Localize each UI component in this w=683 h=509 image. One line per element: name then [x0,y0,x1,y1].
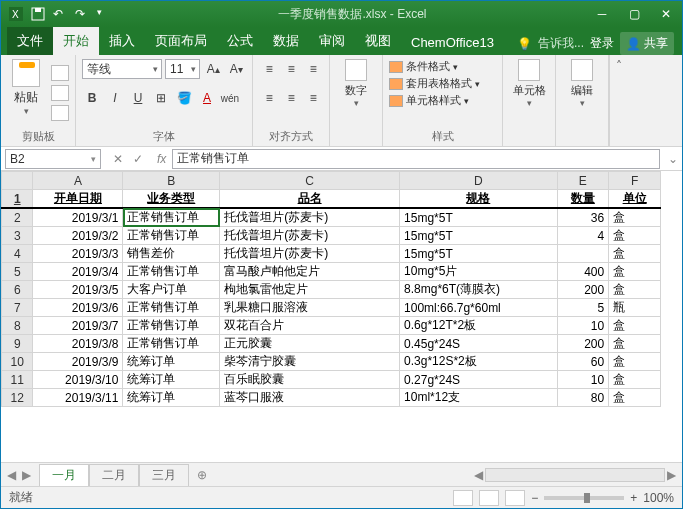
cell[interactable]: 2019/3/2 [33,227,123,245]
expand-formula-icon[interactable]: ⌄ [664,152,682,166]
cell[interactable]: 盒 [609,208,661,227]
cell[interactable]: 0.6g*12T*2板 [400,317,557,335]
row-header[interactable]: 11 [2,371,33,389]
undo-icon[interactable]: ↶ [53,7,67,21]
cell[interactable]: 2019/3/11 [33,389,123,407]
cell[interactable]: 2019/3/9 [33,353,123,371]
qat-dropdown-icon[interactable]: ▾ [97,7,111,21]
cell[interactable]: 业务类型 [123,190,220,209]
cell[interactable]: 2019/3/7 [33,317,123,335]
cell[interactable]: 双花百合片 [220,317,400,335]
cell[interactable]: 统筹订单 [123,353,220,371]
cell[interactable]: 200 [557,335,609,353]
cell[interactable]: 乳果糖口服溶液 [220,299,400,317]
cell[interactable]: 盒 [609,353,661,371]
fill-color-button[interactable]: 🪣 [174,88,194,108]
format-painter-button[interactable] [51,105,69,121]
align-left-icon[interactable]: ≡ [259,88,279,108]
cell[interactable]: 柴芩清宁胶囊 [220,353,400,371]
row-header[interactable]: 5 [2,263,33,281]
cell[interactable]: 10mg*5片 [400,263,557,281]
cells-button[interactable]: 单元格▾ [509,59,549,144]
increase-font-icon[interactable]: A▴ [203,59,223,79]
align-right-icon[interactable]: ≡ [303,88,323,108]
zoom-out-button[interactable]: − [531,491,538,505]
grid-scroll[interactable]: A B C D E F 1开单日期业务类型品名规格数量单位22019/3/1正常… [1,171,682,462]
cell[interactable]: 0.45g*24S [400,335,557,353]
close-button[interactable]: ✕ [650,1,682,27]
normal-view-button[interactable] [453,490,473,506]
cell[interactable]: 盒 [609,227,661,245]
hscroll-left-icon[interactable]: ◀ [474,468,483,482]
cell[interactable]: 2019/3/5 [33,281,123,299]
cell[interactable]: 盒 [609,389,661,407]
zoom-in-button[interactable]: + [630,491,637,505]
cell[interactable]: 2019/3/1 [33,208,123,227]
maximize-button[interactable]: ▢ [618,1,650,27]
tab-layout[interactable]: 页面布局 [145,27,217,55]
collapse-ribbon-button[interactable]: ˄ [609,55,627,146]
redo-icon[interactable]: ↷ [75,7,89,21]
tab-chemoffice[interactable]: ChemOffice13 [401,30,504,55]
page-break-view-button[interactable] [505,490,525,506]
cell[interactable]: 正常销售订单 [123,299,220,317]
cell[interactable]: 8.8mg*6T(薄膜衣) [400,281,557,299]
cell[interactable]: 百乐眠胶囊 [220,371,400,389]
cell[interactable]: 60 [557,353,609,371]
copy-button[interactable] [51,85,69,101]
hscroll-right-icon[interactable]: ▶ [667,468,676,482]
cell[interactable]: 枸地氯雷他定片 [220,281,400,299]
row-header[interactable]: 9 [2,335,33,353]
tell-me[interactable]: 告诉我... [538,35,584,52]
editing-button[interactable]: 编辑▾ [562,59,602,144]
font-size-select[interactable]: 11 [165,59,200,79]
cell[interactable]: 10ml*12支 [400,389,557,407]
fx-icon[interactable]: fx [151,152,172,166]
cell[interactable]: 2019/3/3 [33,245,123,263]
italic-button[interactable]: I [105,88,125,108]
cell[interactable]: 80 [557,389,609,407]
row-header[interactable]: 2 [2,208,33,227]
cell[interactable]: 销售差价 [123,245,220,263]
name-box[interactable]: B2 [5,149,101,169]
col-header-A[interactable]: A [33,172,123,190]
font-color-button[interactable]: A [197,88,217,108]
cell[interactable]: 统筹订单 [123,371,220,389]
cell[interactable]: 规格 [400,190,557,209]
phonetic-button[interactable]: wén [220,88,240,108]
conditional-format-button[interactable]: 条件格式 ▾ [389,59,480,74]
cell[interactable]: 400 [557,263,609,281]
tab-review[interactable]: 审阅 [309,27,355,55]
bold-button[interactable]: B [82,88,102,108]
sheet-tab-1[interactable]: 一月 [39,464,89,486]
paste-button[interactable]: 粘贴 ▾ [7,59,45,127]
cell[interactable]: 15mg*5T [400,245,557,263]
cell[interactable]: 盒 [609,335,661,353]
minimize-button[interactable]: ─ [586,1,618,27]
align-middle-icon[interactable]: ≡ [281,59,301,79]
sheet-tab-3[interactable]: 三月 [139,464,189,486]
cell[interactable]: 托伐普坦片(苏麦卡) [220,208,400,227]
row-header[interactable]: 1 [2,190,33,209]
cell[interactable] [557,245,609,263]
horizontal-scrollbar[interactable] [485,468,665,482]
row-header[interactable]: 6 [2,281,33,299]
cell[interactable]: 2019/3/6 [33,299,123,317]
cell[interactable]: 100ml:66.7g*60ml [400,299,557,317]
cell[interactable]: 盒 [609,281,661,299]
select-all-corner[interactable] [2,172,33,190]
zoom-level[interactable]: 100% [643,491,674,505]
cell[interactable]: 10 [557,317,609,335]
cell[interactable]: 盒 [609,317,661,335]
zoom-slider[interactable] [544,496,624,500]
cell[interactable]: 4 [557,227,609,245]
decrease-font-icon[interactable]: A▾ [226,59,246,79]
cell[interactable]: 数量 [557,190,609,209]
col-header-C[interactable]: C [220,172,400,190]
save-icon[interactable] [31,7,45,21]
cell[interactable]: 10 [557,371,609,389]
formula-bar[interactable]: 正常销售订单 [172,149,660,169]
row-header[interactable]: 12 [2,389,33,407]
sheet-tab-2[interactable]: 二月 [89,464,139,486]
cell[interactable]: 瓶 [609,299,661,317]
